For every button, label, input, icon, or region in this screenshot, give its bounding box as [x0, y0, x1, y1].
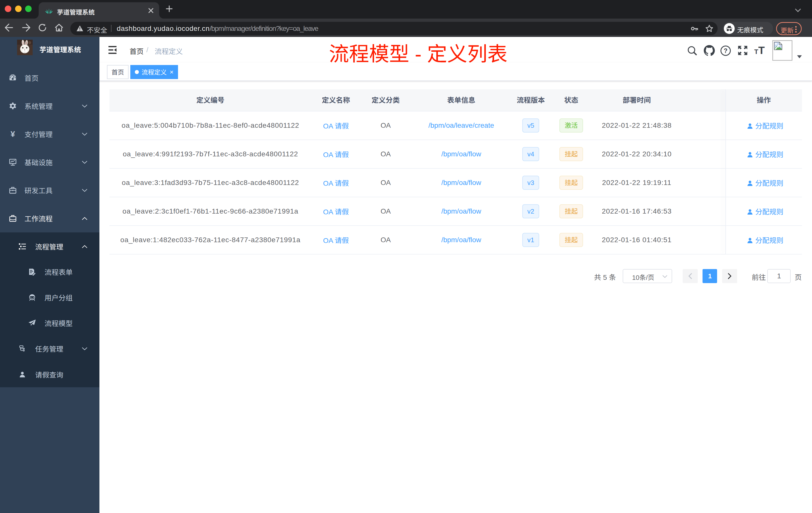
svg-text:?: ? — [724, 47, 727, 54]
